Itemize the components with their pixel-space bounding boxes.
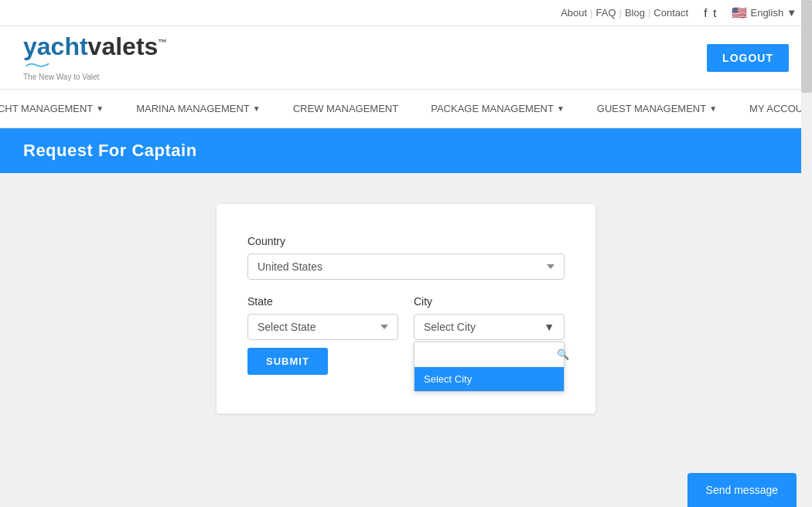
nav-yacht-label: YACHT MANAGEMENT bbox=[0, 103, 93, 114]
scrollbar-thumb[interactable] bbox=[801, 0, 812, 93]
top-links: About | FAQ | Blog | Contact bbox=[561, 7, 688, 19]
language-selector[interactable]: 🇺🇸 English ▼ bbox=[732, 5, 797, 20]
lang-caret-icon: ▼ bbox=[786, 7, 797, 19]
blog-link[interactable]: Blog bbox=[625, 7, 645, 19]
city-search-box: 🔍 bbox=[415, 342, 564, 367]
city-group: City Select City ▼ 🔍 Select City bbox=[414, 295, 565, 340]
divider3: | bbox=[648, 7, 650, 19]
city-option-select-city[interactable]: Select City bbox=[415, 367, 564, 391]
logout-button[interactable]: LOGOUT bbox=[707, 44, 789, 72]
city-search-input[interactable] bbox=[421, 345, 557, 363]
language-label: English bbox=[750, 7, 783, 19]
nav-crew-management[interactable]: CREW MANAGEMENT bbox=[288, 92, 404, 125]
nav-crew-label: CREW MANAGEMENT bbox=[293, 103, 399, 114]
country-select[interactable]: United States bbox=[247, 254, 565, 280]
contact-link[interactable]: Contact bbox=[653, 7, 688, 19]
city-dropdown: 🔍 Select City bbox=[414, 342, 565, 392]
about-link[interactable]: About bbox=[561, 7, 587, 19]
nav-marina-caret-icon: ▼ bbox=[253, 104, 261, 113]
state-label: State bbox=[247, 295, 398, 308]
search-icon: 🔍 bbox=[557, 349, 569, 360]
header: yachtvalets™ The New Way to Valet LOGOUT bbox=[0, 26, 812, 90]
nav-guest-management[interactable]: GUEST MANAGEMENT ▼ bbox=[592, 92, 722, 125]
nav-marina-label: MARINA MANAGEMENT bbox=[136, 103, 250, 114]
scrollbar-track bbox=[801, 0, 812, 444]
divider2: | bbox=[619, 7, 622, 19]
form-card: Country United States State Select State… bbox=[217, 204, 595, 413]
country-group: Country United States bbox=[247, 235, 565, 280]
city-select-button[interactable]: Select City ▼ bbox=[414, 314, 565, 340]
country-label: Country bbox=[247, 235, 565, 247]
faq-link[interactable]: FAQ bbox=[596, 7, 616, 19]
city-selected-value: Select City bbox=[424, 321, 476, 333]
social-icons: f t bbox=[704, 6, 716, 19]
nav-package-caret-icon: ▼ bbox=[557, 104, 565, 113]
logo-yacht: yacht bbox=[23, 32, 88, 60]
main-content: Country United States State Select State… bbox=[0, 173, 812, 444]
logo-subtitle: The New Way to Valet bbox=[23, 73, 167, 81]
facebook-icon[interactable]: f bbox=[704, 6, 707, 19]
logo-valets: valets bbox=[88, 32, 159, 60]
city-dropdown-wrapper: Select City ▼ 🔍 Select City bbox=[414, 314, 565, 340]
nav-guest-caret-icon: ▼ bbox=[709, 104, 717, 113]
nav-yacht-caret-icon: ▼ bbox=[96, 104, 104, 113]
flag-icon: 🇺🇸 bbox=[732, 5, 747, 20]
nav-package-label: PACKAGE MANAGEMENT bbox=[431, 103, 554, 114]
state-group: State Select State bbox=[247, 295, 398, 340]
nav-yacht-management[interactable]: YACHT MANAGEMENT ▼ bbox=[0, 92, 108, 125]
divider1: | bbox=[590, 7, 592, 19]
city-caret-icon: ▼ bbox=[544, 321, 554, 333]
logo-area: yachtvalets™ The New Way to Valet bbox=[23, 34, 167, 81]
logo-bird-icon bbox=[23, 60, 54, 71]
nav-package-management[interactable]: PACKAGE MANAGEMENT ▼ bbox=[426, 92, 569, 125]
top-bar: About | FAQ | Blog | Contact f t 🇺🇸 Engl… bbox=[0, 0, 812, 26]
page-banner: Request For Captain bbox=[0, 128, 812, 173]
twitter-icon[interactable]: t bbox=[713, 6, 716, 19]
submit-button[interactable]: SUBMIT bbox=[247, 348, 328, 375]
state-city-row: State Select State City Select City ▼ bbox=[247, 295, 565, 340]
logo-text: yachtvalets™ bbox=[23, 34, 167, 59]
nav-guest-label: GUEST MANAGEMENT bbox=[597, 103, 706, 114]
nav-marina-management[interactable]: MARINA MANAGEMENT ▼ bbox=[131, 92, 265, 125]
nav-bar: YACHT MANAGEMENT ▼ MARINA MANAGEMENT ▼ C… bbox=[0, 90, 812, 128]
city-label: City bbox=[414, 295, 565, 308]
page-title: Request For Captain bbox=[23, 141, 197, 160]
state-select[interactable]: Select State bbox=[247, 314, 398, 340]
